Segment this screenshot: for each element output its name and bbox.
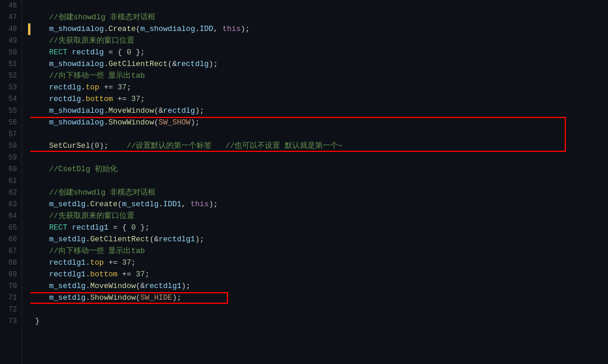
code-editor: 4647484950515253545556575859606162636465… (0, 0, 608, 364)
code-line: m_setdlg.MoveWindow(&rectdlg1); (35, 280, 608, 292)
code-line: m_setdlg.GetClientRect(&rectdlg1); (35, 234, 608, 245)
code-line: rectdlg1.bottom += 37; (35, 269, 608, 280)
code-line: rectdlg.top += 37; (35, 82, 608, 93)
code-line: m_setdlg.Create(m_setdlg.IDD1, this); (35, 199, 608, 210)
code-line: RECT rectdlg = { 0 }; (35, 47, 608, 58)
code-line: //先获取原来的窗口位置 (35, 210, 608, 222)
code-line: //向下移动一些 显示出tab (35, 245, 608, 257)
code-line (35, 152, 608, 164)
code-line: m_showdialog.MoveWindow(&rectdlg); (35, 105, 608, 117)
code-line: rectdlg1.top += 37; (35, 257, 608, 269)
line-numbers: 4647484950515253545556575859606162636465… (0, 0, 22, 364)
code-container: 4647484950515253545556575859606162636465… (0, 0, 608, 364)
code-line: //向下移动一些 显示出tab (35, 70, 608, 82)
code-line: rectdlg.bottom += 37; (35, 93, 608, 105)
code-line (35, 175, 608, 187)
gutter (22, 0, 30, 364)
code-line: m_setdlg.ShowWindow(SW_HIDE); (35, 292, 608, 304)
code-line: } (35, 316, 608, 327)
code-line (35, 0, 608, 12)
code-content: //创建showdlg 非模态对话框m_showdialog.Create(m_… (30, 0, 608, 364)
code-line: m_showdialog.ShowWindow(SW_SHOW); (35, 117, 608, 129)
code-line: RECT rectdlg1 = { 0 }; (35, 222, 608, 234)
code-line: //先获取原来的窗口位置 (35, 35, 608, 47)
code-line (35, 129, 608, 140)
code-line: //创建showdlg 非模态对话框 (35, 187, 608, 199)
code-line: m_showdialog.Create(m_showdialog.IDD, th… (35, 23, 608, 35)
code-line: //创建showdlg 非模态对话框 (35, 12, 608, 23)
code-line (35, 304, 608, 316)
code-line: m_showdialog.GetClientRect(&rectdlg); (35, 58, 608, 70)
code-line: //CsetDlg 初始化 (35, 164, 608, 175)
code-line: SetCurSel(0); //设置默认的第一个标签 //也可以不设置 默认就是… (35, 140, 608, 152)
